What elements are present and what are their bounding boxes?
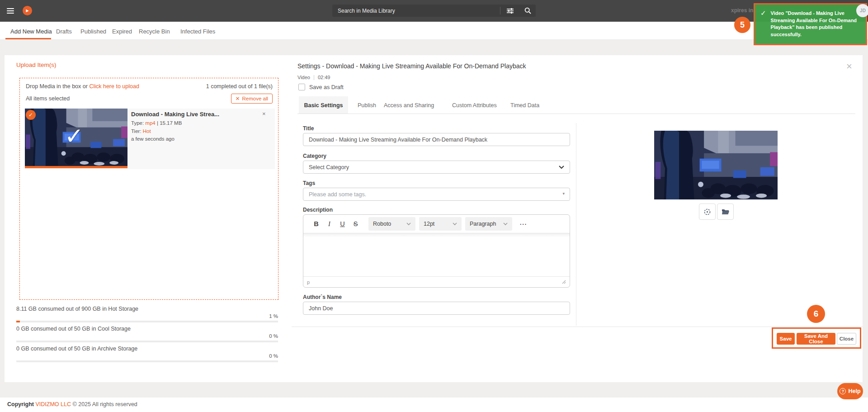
settings-close-icon[interactable]: ×	[846, 62, 852, 71]
tab-publish[interactable]: Publish	[358, 102, 376, 109]
editor-status-bar: p	[303, 276, 570, 287]
file-type-value: mp4	[145, 120, 155, 126]
hot-storage-percent: 1 %	[16, 313, 278, 319]
save-and-close-button[interactable]: Save And Close	[797, 333, 835, 345]
chevron-down-icon	[406, 223, 411, 225]
description-label: Description	[303, 207, 333, 213]
strikethrough-button[interactable]: S	[349, 220, 362, 227]
chevron-down-icon	[503, 223, 508, 225]
company-link[interactable]: VIDIZMO LLC	[36, 401, 71, 407]
rights-text: © 2025 All rights reserved	[73, 401, 137, 407]
upload-complete-check-icon: ✓	[65, 123, 84, 149]
upload-items-heading: Upload Item(s)	[16, 62, 57, 68]
help-label: Help	[848, 388, 860, 394]
block-format-value: Paragraph	[470, 221, 496, 227]
settings-vertical-divider	[576, 123, 576, 326]
upload-progress-bar	[25, 166, 127, 168]
settings-title: Settings - Download - Making Live Stream…	[297, 62, 526, 70]
editor-content-area[interactable]	[303, 233, 570, 276]
tab-recycle-bin[interactable]: Recycle Bin	[139, 28, 170, 35]
tags-label: Tags	[303, 180, 315, 186]
vidizmo-logo-icon[interactable]: ▶	[23, 6, 32, 15]
tab-access-and-sharing[interactable]: Access and Sharing	[384, 102, 434, 109]
save-as-draft-row: Save as Draft	[298, 84, 344, 90]
description-editor[interactable]: B I U S Roboto 12pt Paragraph ⋯ p	[303, 214, 570, 288]
tab-infected-files[interactable]: Infected Files	[180, 28, 215, 35]
tab-timed-data[interactable]: Timed Data	[510, 102, 539, 109]
file-tier-value: Hot	[143, 128, 151, 134]
file-uploaded-ago: a few seconds ago	[131, 136, 175, 142]
block-format-select[interactable]: Paragraph	[465, 217, 512, 231]
remove-all-button[interactable]: ✕ Remove all	[231, 94, 273, 104]
tags-input[interactable]	[303, 188, 570, 201]
tab-expired[interactable]: Expired	[112, 28, 132, 35]
annotation-step-6-badge: 6	[807, 305, 825, 323]
remove-icon: ✕	[236, 95, 240, 102]
search-icon[interactable]	[519, 7, 536, 14]
click-to-upload-link[interactable]: Click here to upload	[89, 83, 139, 90]
remove-all-label: Remove all	[242, 96, 268, 101]
capture-thumbnail-button[interactable]	[699, 204, 716, 220]
more-tools-button[interactable]: ⋯	[519, 220, 527, 228]
tab-custom-attributes[interactable]: Custom Attributes	[452, 102, 497, 109]
cool-storage-bar	[16, 341, 278, 342]
save-as-draft-checkbox[interactable]	[298, 84, 305, 90]
page-footer: Copyright VIDIZMO LLC © 2025 All rights …	[0, 398, 868, 412]
drop-text: Drop Media in the box or	[26, 83, 88, 90]
underline-button[interactable]: U	[336, 220, 349, 227]
file-size-separator: |	[157, 120, 158, 126]
category-select[interactable]: Select Category	[303, 161, 570, 174]
drop-instruction: Drop Media in the box or Click here to u…	[26, 83, 139, 90]
search-input[interactable]	[332, 8, 500, 14]
title-label: Title	[303, 125, 314, 132]
category-value: Select Category	[309, 164, 349, 170]
font-family-select[interactable]: Roboto	[368, 217, 415, 231]
file-type-label: Type:	[131, 120, 144, 126]
copyright-label: Copyright	[7, 401, 34, 407]
user-avatar[interactable]: JD	[856, 4, 868, 17]
tab-drafts[interactable]: Drafts	[56, 28, 72, 35]
cool-storage-text: 0 GB consumed out of 50 GB in Cool Stora…	[16, 326, 131, 332]
page: ▶ xpires in 21 days Upgrade ⚙ Add New Me…	[0, 0, 868, 412]
element-path: p	[307, 279, 310, 285]
resize-handle-icon[interactable]	[562, 280, 566, 284]
toast-check-icon: ✓	[760, 10, 766, 39]
hot-storage-fill	[16, 321, 20, 322]
help-button[interactable]: ? Help	[837, 383, 863, 399]
editor-toolbar: B I U S Roboto 12pt Paragraph ⋯	[303, 215, 570, 233]
file-tier-label: Tier:	[131, 128, 142, 134]
hot-storage-text: 8.11 GB consumed out of 900 GB in Hot St…	[16, 306, 138, 312]
save-as-draft-label: Save as Draft	[309, 84, 344, 90]
file-close-icon[interactable]: ×	[262, 110, 266, 117]
title-input[interactable]	[303, 133, 570, 146]
toast-message: Video "Download - Making Live Streaming …	[771, 10, 861, 39]
tags-caret-icon: ▾	[562, 191, 565, 196]
file-title: Download - Making Live Strea...	[131, 111, 258, 118]
tab-basic-settings[interactable]: Basic Settings	[299, 96, 348, 114]
hot-storage-bar	[16, 321, 278, 322]
cool-storage-percent: 0 %	[16, 333, 278, 339]
question-mark-icon: ?	[840, 388, 846, 394]
settings-tabs-divider	[297, 114, 855, 114]
italic-button[interactable]: I	[323, 220, 336, 228]
thumbnail-preview	[654, 131, 778, 199]
browse-thumbnail-button[interactable]	[717, 204, 734, 220]
tab-add-new-media[interactable]: Add New Media	[10, 28, 52, 35]
close-button[interactable]: Close	[837, 333, 856, 345]
selection-text: All items selected	[26, 95, 70, 102]
font-family-value: Roboto	[373, 221, 391, 227]
publish-success-toast[interactable]: ✓ Video "Download - Making Live Streamin…	[754, 3, 867, 45]
dropzone-header-row: Drop Media in the box or Click here to u…	[26, 83, 273, 90]
archive-storage-text: 0 GB consumed out of 50 GB in Archive St…	[16, 346, 137, 352]
bold-button[interactable]: B	[310, 220, 323, 227]
media-library-search	[332, 5, 536, 17]
font-size-value: 12pt	[424, 221, 434, 227]
author-name-input[interactable]	[303, 302, 570, 315]
font-size-select[interactable]: 12pt	[419, 217, 462, 231]
author-name-label: Author`s Name	[303, 294, 342, 300]
save-button[interactable]: Save	[777, 333, 795, 345]
menu-icon[interactable]	[7, 8, 14, 15]
actions-divider	[292, 327, 863, 327]
tab-published[interactable]: Published	[80, 28, 106, 35]
filter-icon[interactable]	[500, 8, 519, 14]
